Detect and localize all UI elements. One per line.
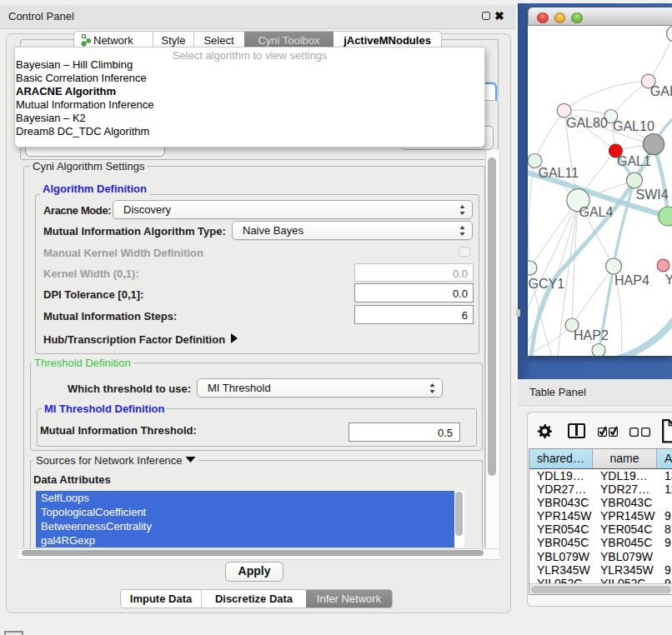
svg-text:HAP4: HAP4 [614, 273, 649, 288]
svg-text:GAL4: GAL4 [579, 205, 614, 219]
svg-text:GCY1: GCY1 [529, 277, 565, 291]
svg-text:SWI4: SWI4 [636, 188, 669, 202]
svg-text:Y: Y [665, 272, 672, 287]
svg-text:GAL80: GAL80 [566, 116, 608, 130]
svg-text:GAL1: GAL1 [617, 154, 651, 168]
svg-text:HAP2: HAP2 [574, 328, 609, 342]
svg-text:GAL: GAL [650, 84, 672, 98]
svg-text:GAL10: GAL10 [613, 119, 654, 133]
svg-text:GAL11: GAL11 [539, 166, 579, 180]
